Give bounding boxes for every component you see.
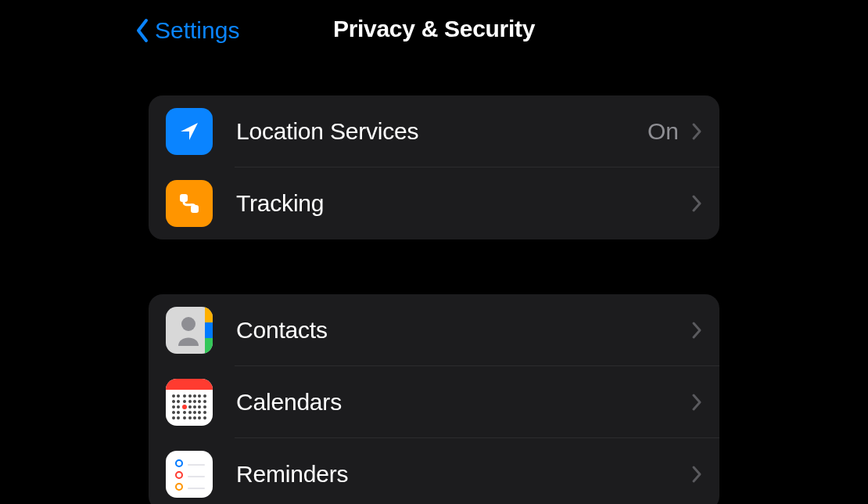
row-contacts[interactable]: Contacts [149,294,719,366]
row-label: Calendars [236,389,691,416]
chevron-right-icon [691,122,702,141]
settings-group-privacy: Location Services On Tracking [149,95,719,239]
chevron-right-icon [691,393,702,412]
row-label: Contacts [236,317,691,344]
contacts-icon [166,307,213,354]
back-button[interactable]: Settings [135,17,239,44]
page-title: Privacy & Security [333,16,535,42]
reminders-icon [166,451,213,498]
row-label: Reminders [236,461,691,488]
settings-group-data: Contacts Calendars [149,294,719,504]
content: Location Services On Tracking [0,95,868,504]
row-label: Location Services [236,118,647,145]
row-location-services[interactable]: Location Services On [149,95,719,167]
row-label: Tracking [236,190,691,217]
row-value: On [647,118,679,145]
row-tracking[interactable]: Tracking [149,167,719,239]
chevron-right-icon [691,194,702,213]
header-bar: Settings Privacy & Security [0,0,868,63]
location-arrow-icon [166,108,213,155]
row-reminders[interactable]: Reminders [149,438,719,504]
row-calendars[interactable]: Calendars [149,366,719,438]
tracking-icon [166,180,213,227]
chevron-left-icon [135,18,150,43]
back-label: Settings [155,17,239,44]
svg-point-2 [181,317,195,331]
calendar-icon [166,379,213,426]
chevron-right-icon [691,321,702,340]
chevron-right-icon [691,465,702,484]
